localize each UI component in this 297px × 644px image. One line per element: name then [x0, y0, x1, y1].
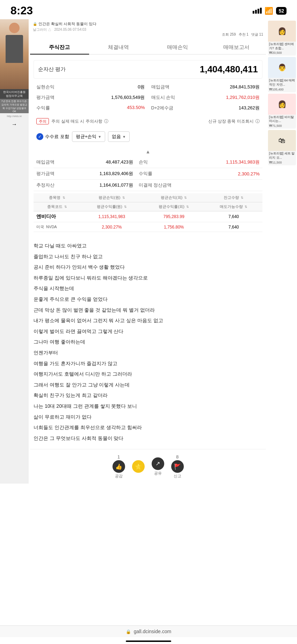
sort-icon-avgprofitExt[interactable]: ⇅ — [184, 196, 187, 200]
warning-badge: 주의 — [36, 118, 49, 124]
post-line-19: 인간은 그 무엇보다도 사회적 동물이 맞다 — [34, 434, 262, 443]
status-icons: 📶 52 — [253, 7, 287, 15]
like-count: 1 — [117, 454, 120, 460]
avg-profit-select[interactable]: 평균+손익 ▼ — [72, 131, 106, 142]
th-avg-profit-ext: 평균손익(외) ⇅ — [143, 193, 205, 202]
sort-icon-holdqty[interactable]: ⇅ — [241, 196, 244, 200]
post-line-12: 여행을 가도 혼자가니까 즐겁지가 않고 — [34, 359, 262, 368]
none-select[interactable]: 없음 ▼ — [108, 131, 130, 142]
tab-stock-holdings[interactable]: 주식잔고 — [30, 41, 89, 54]
summary-profit-label: 손익 — [136, 157, 199, 168]
summary-estimated-asset-value: 1,164,061,077원 — [72, 180, 136, 191]
th-sellable-qty: 매도가능수량 ⇅ — [205, 202, 262, 211]
sort-icon-returnrate[interactable]: ⇅ — [124, 205, 127, 209]
ad-arrow[interactable]: → — [0, 119, 29, 130]
post-line-3: 공시 준비 하다가 안되서 백수 생활 했었다 — [34, 262, 262, 272]
right-ad-3-label: [뉴트리랩] 바이탈마시는... — [268, 115, 296, 124]
ad-link[interactable]: http://ekls.kr — [0, 113, 29, 119]
buy-amount-label: 매입금액 — [151, 84, 169, 90]
summary-buy-amount-value: 48,487,423원 — [72, 157, 136, 168]
d2-settlement-label: D+2에수금 — [151, 105, 173, 111]
right-ad-2-label: [뉴트리랩] 64 매력적인 자연... — [268, 78, 296, 87]
post-line-7: 근데 막상 돈 많이 벌면 좋을 것 같았는데 뭐 별거 없더라 — [34, 305, 262, 315]
right-ad-3-image: 👩 — [268, 94, 296, 115]
sort-icon-avgprofit[interactable]: ⇅ — [122, 196, 125, 200]
like-button[interactable]: 1 👍 공감 — [113, 454, 125, 479]
url-text: gall.dcinside.com — [134, 629, 171, 634]
left-ad-panel[interactable]: 한국사이버진흥원 법정의무교육 7년 연속 인증 우수기관. 강의적 가격으로 … — [0, 19, 29, 484]
star-icon: ⭐ — [132, 460, 145, 473]
summary-toggle-btn[interactable]: ▲ — [34, 147, 262, 157]
star-button[interactable]: ⭐ — [132, 460, 145, 473]
right-ads-panel: 👩 [뉴트리랩] 센터에가? 초합... ₩20,500 👨 [뉴트리랩] 64… — [267, 19, 297, 484]
right-ad-1[interactable]: 👩 [뉴트리랩] 센터에가? 초합... ₩20,500 — [268, 21, 296, 56]
options-row: ✓ 수수료 포함 평균+손익 ▼ 없음 ▼ — [34, 129, 262, 144]
summary-eval-amount-label: 평가금액 — [34, 168, 72, 180]
summary-return-rate-label: 수익률 — [136, 168, 199, 180]
right-ad-4-image: 🛍 — [268, 130, 296, 151]
right-ad-3-price: ₩71,500 — [268, 124, 296, 129]
post-line-1: 학교 다닐 때도 아싸였고 — [34, 241, 262, 251]
post-line-4: 하루종일 집에 있다보니 뭐라도 해야겠다는 생각으로 — [34, 273, 262, 283]
holding-stock-code: 미국 NVDA — [34, 222, 81, 232]
post-stats: 조회 259 추천 1 댓글 11 — [33, 32, 263, 37]
sell-profit-label: 매도시 손익 — [151, 94, 175, 101]
warning-left: 주의 주의 실제 매도 시 주의사항 ⓘ — [36, 118, 108, 124]
post-author: 날그러미 △ — [33, 28, 51, 31]
holdings-table: 종목명 ⇅ 평균손익(원) ⇅ 평균손익(외) ⇅ 잔고수량 — [34, 193, 262, 232]
right-ad-2[interactable]: 👨 [뉴트리랩] 64 매력적인 자연... ₩105,400 — [268, 57, 296, 92]
share-button[interactable]: ↗ 공유 — [152, 457, 164, 476]
main-content: 한국사이버진흥원 법정의무교육 7년 연속 인증 우수기관. 강의적 가격으로 … — [0, 19, 297, 484]
holding-avg-return-rate-ext: 1,756.80% — [143, 222, 205, 232]
post-line-15: 확실히 친구가 있는게 최고 같더라 — [34, 391, 262, 400]
ad-subtitle: 7년 연속 인증 우수기관. 강의적 가격으로 법정교육 수강가능! 상담결과 … — [0, 99, 29, 113]
tab-trade-profit[interactable]: 매매손익 — [148, 41, 207, 54]
eval-amount-value: 1,576,603,549원 — [111, 94, 145, 101]
holding-nvda-row-1[interactable]: 엔비디아 1,115,341,983 795,283.99 7,640 — [34, 211, 262, 222]
ad-person-head — [9, 23, 20, 33]
center-content-panel: 🔒 인간은 확실히 사회적 동물이 있다 날그러미 △ 2024.05.06 0… — [29, 19, 267, 484]
d2-settlement-row: D+2에수금 143,262원 — [148, 103, 263, 113]
tab-trade-history[interactable]: 체결내역 — [89, 41, 148, 54]
right-ad-4-price: ₩11,500 — [268, 161, 296, 165]
warning-text: 주의 실제 매도 시 주의사항 — [51, 119, 102, 124]
post-title-row: 🔒 인간은 확실히 사회적 동물이 있다 — [33, 21, 263, 27]
new-listing-info-icon[interactable]: ⓘ — [255, 119, 260, 124]
return-rate-row: 수익률 453.50% — [34, 103, 148, 113]
holding-hold-qty: 7,640 — [205, 211, 262, 222]
warning-info-icon[interactable]: ⓘ — [104, 119, 108, 124]
right-ad-4-label: [뉴트리랩] 세트 말리지 오... — [268, 151, 296, 160]
holding-avg-profit: 1,115,341,983 — [81, 211, 143, 222]
portfolio-tabs: 주식잔고 체결내역 매매손익 매매보고서 — [30, 41, 266, 55]
sort-icon-code[interactable]: ⇅ — [64, 205, 67, 209]
sort-icon-returnrateExt[interactable]: ⇅ — [186, 205, 189, 209]
eval-amount-label: 평가금액 — [36, 94, 55, 101]
right-ad-1-label: [뉴트리랩] 센터에가? 초합... — [268, 42, 296, 51]
report-button[interactable]: 8 🚩 신고 — [171, 454, 184, 479]
realized-profit-row: 실현손익 0원 — [34, 82, 148, 92]
fee-include-checkbox[interactable]: ✓ 수수료 포함 — [36, 133, 69, 140]
holding-nvda-row-2[interactable]: 미국 NVDA 2,300.27% 1,756.80% 7,640 — [34, 222, 262, 232]
post-line-18: 너희들도 인간관계를 최우선으로 생각하고 힘써라 — [34, 423, 262, 432]
sort-icon-name[interactable]: ⇅ — [63, 196, 65, 200]
status-bar: 8:23 📶 52 — [0, 0, 297, 19]
right-ad-4[interactable]: 🛍 [뉴트리랩] 세트 말리지 오... ₩11,500 — [268, 130, 296, 165]
buy-amount-row: 매입금액 284,841,539원 — [148, 82, 263, 92]
tab-trade-report[interactable]: 매매보고서 — [207, 41, 266, 54]
th-avg-return-rate-ext: 평균수익률(외) ⇅ — [143, 202, 205, 211]
post-date: 2024.05.06 07:54:03 — [54, 28, 86, 31]
share-label: 공유 — [154, 471, 162, 476]
return-rate-label: 수익률 — [36, 105, 50, 111]
summary-return-rate-value: 2,300.27% — [199, 168, 262, 180]
right-ad-2-image: 👨 — [268, 57, 296, 78]
th-stock-name: 종목명 ⇅ — [34, 193, 81, 202]
post-views: 조회 259 — [222, 32, 236, 37]
post-recommend: 추천 1 — [239, 32, 248, 37]
right-ad-3[interactable]: 👩 [뉴트리랩] 바이탈마시는... ₩71,500 — [268, 94, 296, 129]
summary-buy-amount-label: 매입금액 — [34, 157, 72, 168]
summary-unsettled-label: 미결제 정산금액 — [136, 180, 199, 191]
url-lock-icon: 🔒 — [126, 629, 131, 634]
sort-icon-sellableqty[interactable]: ⇅ — [245, 205, 247, 209]
fee-include-label: 수수료 포함 — [45, 133, 69, 140]
chevron-down-icon-2: ▼ — [122, 135, 126, 139]
